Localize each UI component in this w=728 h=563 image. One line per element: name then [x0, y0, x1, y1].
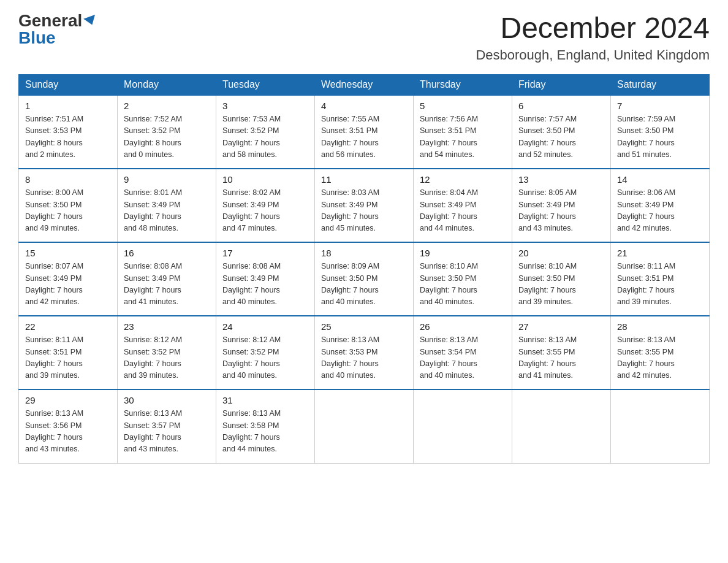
calendar-header-row: SundayMondayTuesdayWednesdayThursdayFrid… — [19, 74, 710, 96]
calendar-cell — [611, 389, 710, 463]
calendar-cell — [414, 389, 512, 463]
calendar-cell: 4 Sunrise: 7:55 AM Sunset: 3:51 PM Dayli… — [315, 95, 414, 169]
calendar-cell: 20 Sunrise: 8:10 AM Sunset: 3:50 PM Dayl… — [512, 242, 611, 316]
title-block: December 2024 Desborough, England, Unite… — [476, 12, 710, 63]
day-number: 11 — [321, 174, 407, 185]
calendar-cell: 7 Sunrise: 7:59 AM Sunset: 3:50 PM Dayli… — [611, 95, 710, 169]
day-info: Sunrise: 8:10 AM Sunset: 3:50 PM Dayligh… — [420, 261, 506, 308]
day-number: 26 — [420, 321, 506, 332]
calendar-cell: 17 Sunrise: 8:08 AM Sunset: 3:49 PM Dayl… — [216, 242, 315, 316]
day-number: 8 — [25, 174, 111, 185]
calendar-cell: 19 Sunrise: 8:10 AM Sunset: 3:50 PM Dayl… — [414, 242, 512, 316]
calendar-cell: 11 Sunrise: 8:03 AM Sunset: 3:49 PM Dayl… — [315, 169, 414, 242]
day-info: Sunrise: 8:03 AM Sunset: 3:49 PM Dayligh… — [321, 187, 407, 235]
day-number: 20 — [518, 248, 604, 258]
calendar-cell: 5 Sunrise: 7:56 AM Sunset: 3:51 PM Dayli… — [414, 95, 512, 169]
day-header-monday: Monday — [118, 74, 216, 96]
day-info: Sunrise: 8:11 AM Sunset: 3:51 PM Dayligh… — [617, 261, 703, 308]
day-number: 12 — [420, 174, 506, 185]
calendar-cell: 1 Sunrise: 7:51 AM Sunset: 3:53 PM Dayli… — [19, 95, 118, 169]
day-number: 6 — [518, 101, 604, 111]
calendar-cell: 13 Sunrise: 8:05 AM Sunset: 3:49 PM Dayl… — [512, 169, 611, 242]
day-number: 15 — [25, 248, 111, 258]
calendar-week-row: 22 Sunrise: 8:11 AM Sunset: 3:51 PM Dayl… — [19, 316, 710, 389]
calendar-week-row: 15 Sunrise: 8:07 AM Sunset: 3:49 PM Dayl… — [19, 242, 710, 316]
day-number: 14 — [617, 174, 703, 185]
day-info: Sunrise: 8:04 AM Sunset: 3:49 PM Dayligh… — [420, 187, 506, 235]
calendar-table: SundayMondayTuesdayWednesdayThursdayFrid… — [18, 74, 710, 464]
day-number: 30 — [124, 395, 210, 405]
calendar-cell: 10 Sunrise: 8:02 AM Sunset: 3:49 PM Dayl… — [216, 169, 315, 242]
day-info: Sunrise: 8:10 AM Sunset: 3:50 PM Dayligh… — [518, 261, 604, 308]
day-info: Sunrise: 8:09 AM Sunset: 3:50 PM Dayligh… — [321, 261, 407, 308]
day-info: Sunrise: 7:57 AM Sunset: 3:50 PM Dayligh… — [518, 113, 604, 161]
calendar-cell — [315, 389, 414, 463]
day-info: Sunrise: 7:52 AM Sunset: 3:52 PM Dayligh… — [124, 113, 210, 161]
day-number: 22 — [25, 321, 111, 332]
calendar-cell: 12 Sunrise: 8:04 AM Sunset: 3:49 PM Dayl… — [414, 169, 512, 242]
day-info: Sunrise: 7:53 AM Sunset: 3:52 PM Dayligh… — [222, 113, 308, 161]
calendar-title: December 2024 — [476, 12, 710, 45]
day-header-saturday: Saturday — [611, 74, 710, 96]
day-info: Sunrise: 8:13 AM Sunset: 3:54 PM Dayligh… — [420, 334, 506, 382]
day-number: 2 — [124, 101, 210, 111]
calendar-cell: 26 Sunrise: 8:13 AM Sunset: 3:54 PM Dayl… — [414, 316, 512, 389]
day-info: Sunrise: 8:05 AM Sunset: 3:49 PM Dayligh… — [518, 187, 604, 235]
day-header-tuesday: Tuesday — [216, 74, 315, 96]
day-number: 25 — [321, 321, 407, 332]
calendar-cell: 8 Sunrise: 8:00 AM Sunset: 3:50 PM Dayli… — [19, 169, 118, 242]
day-info: Sunrise: 8:13 AM Sunset: 3:56 PM Dayligh… — [25, 408, 111, 456]
calendar-week-row: 8 Sunrise: 8:00 AM Sunset: 3:50 PM Dayli… — [19, 169, 710, 242]
day-info: Sunrise: 8:02 AM Sunset: 3:49 PM Dayligh… — [222, 187, 308, 235]
page-header: General Blue December 2024 Desborough, E… — [18, 12, 710, 63]
day-number: 9 — [124, 174, 210, 185]
day-info: Sunrise: 7:56 AM Sunset: 3:51 PM Dayligh… — [420, 113, 506, 161]
day-number: 16 — [124, 248, 210, 258]
day-header-friday: Friday — [512, 74, 611, 96]
calendar-cell: 6 Sunrise: 7:57 AM Sunset: 3:50 PM Dayli… — [512, 95, 611, 169]
calendar-cell: 30 Sunrise: 8:13 AM Sunset: 3:57 PM Dayl… — [118, 389, 216, 463]
day-number: 4 — [321, 101, 407, 111]
day-info: Sunrise: 7:55 AM Sunset: 3:51 PM Dayligh… — [321, 113, 407, 161]
day-number: 21 — [617, 248, 703, 258]
day-number: 31 — [222, 395, 308, 405]
day-number: 29 — [25, 395, 111, 405]
calendar-cell: 22 Sunrise: 8:11 AM Sunset: 3:51 PM Dayl… — [19, 316, 118, 389]
day-number: 17 — [222, 248, 308, 258]
day-info: Sunrise: 8:08 AM Sunset: 3:49 PM Dayligh… — [222, 261, 308, 308]
calendar-cell — [512, 389, 611, 463]
day-number: 18 — [321, 248, 407, 258]
day-info: Sunrise: 8:00 AM Sunset: 3:50 PM Dayligh… — [25, 187, 111, 235]
day-number: 7 — [617, 101, 703, 111]
day-info: Sunrise: 8:13 AM Sunset: 3:55 PM Dayligh… — [617, 334, 703, 382]
day-header-thursday: Thursday — [414, 74, 512, 96]
logo-blue-text: Blue — [18, 29, 56, 47]
day-number: 10 — [222, 174, 308, 185]
calendar-week-row: 1 Sunrise: 7:51 AM Sunset: 3:53 PM Dayli… — [19, 95, 710, 169]
calendar-cell: 9 Sunrise: 8:01 AM Sunset: 3:49 PM Dayli… — [118, 169, 216, 242]
calendar-cell: 23 Sunrise: 8:12 AM Sunset: 3:52 PM Dayl… — [118, 316, 216, 389]
day-header-wednesday: Wednesday — [315, 74, 414, 96]
logo: General Blue — [18, 12, 97, 47]
calendar-cell: 14 Sunrise: 8:06 AM Sunset: 3:49 PM Dayl… — [611, 169, 710, 242]
day-number: 28 — [617, 321, 703, 332]
calendar-subtitle: Desborough, England, United Kingdom — [476, 47, 710, 63]
day-info: Sunrise: 7:59 AM Sunset: 3:50 PM Dayligh… — [617, 113, 703, 161]
day-number: 19 — [420, 248, 506, 258]
calendar-week-row: 29 Sunrise: 8:13 AM Sunset: 3:56 PM Dayl… — [19, 389, 710, 463]
calendar-cell: 24 Sunrise: 8:12 AM Sunset: 3:52 PM Dayl… — [216, 316, 315, 389]
calendar-cell: 28 Sunrise: 8:13 AM Sunset: 3:55 PM Dayl… — [611, 316, 710, 389]
calendar-cell: 15 Sunrise: 8:07 AM Sunset: 3:49 PM Dayl… — [19, 242, 118, 316]
logo-arrow-icon — [83, 15, 98, 27]
calendar-cell: 18 Sunrise: 8:09 AM Sunset: 3:50 PM Dayl… — [315, 242, 414, 316]
day-info: Sunrise: 8:13 AM Sunset: 3:58 PM Dayligh… — [222, 408, 308, 456]
day-info: Sunrise: 8:01 AM Sunset: 3:49 PM Dayligh… — [124, 187, 210, 235]
calendar-cell: 3 Sunrise: 7:53 AM Sunset: 3:52 PM Dayli… — [216, 95, 315, 169]
day-number: 27 — [518, 321, 604, 332]
day-number: 13 — [518, 174, 604, 185]
day-info: Sunrise: 7:51 AM Sunset: 3:53 PM Dayligh… — [25, 113, 111, 161]
day-info: Sunrise: 8:08 AM Sunset: 3:49 PM Dayligh… — [124, 261, 210, 308]
calendar-cell: 31 Sunrise: 8:13 AM Sunset: 3:58 PM Dayl… — [216, 389, 315, 463]
day-info: Sunrise: 8:07 AM Sunset: 3:49 PM Dayligh… — [25, 261, 111, 308]
day-number: 23 — [124, 321, 210, 332]
